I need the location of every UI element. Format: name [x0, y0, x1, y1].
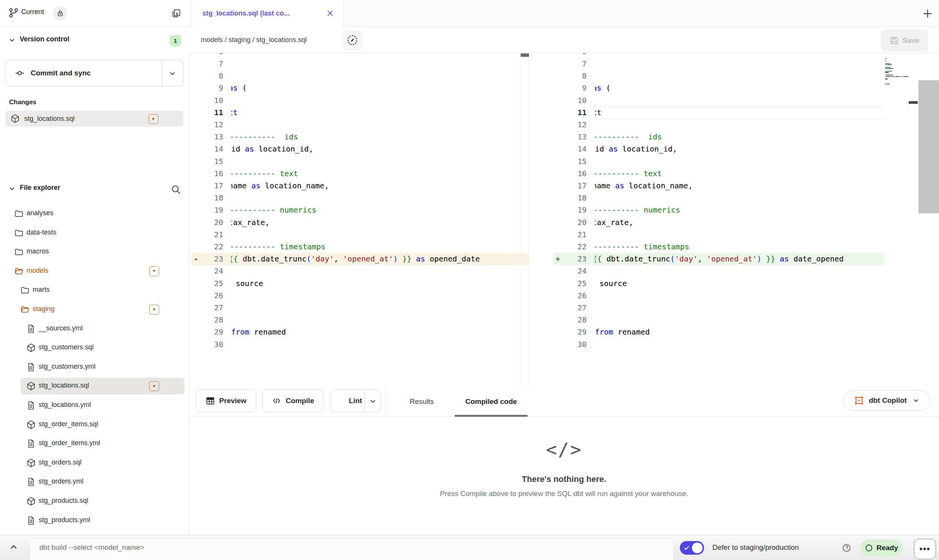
diff-editor[interactable]: 6677889as (9as (101011ct11ct121213------… [189, 53, 939, 386]
code-line-24-modified[interactable]: 24 [553, 265, 884, 277]
code-line-7-modified[interactable]: 7 [553, 58, 884, 70]
file-tree-item-data-tests[interactable]: data-tests [0, 224, 189, 242]
code-line-15-modified[interactable]: 15 [553, 155, 884, 168]
code-line-8-original[interactable]: 8 [191, 70, 529, 82]
code-line-10-original[interactable]: 10 [191, 94, 529, 107]
lint-options-chevron-icon[interactable] [369, 397, 377, 405]
preview-button[interactable]: Preview [196, 389, 256, 412]
changed-file-row[interactable]: stg_locations.sql [5, 111, 183, 127]
code-line-29-original[interactable]: 29from renamed [191, 326, 529, 338]
code-line-6-original[interactable]: 6 [191, 53, 529, 58]
code-line-30-modified[interactable]: 30 [553, 338, 884, 351]
code-line-16-original[interactable]: 16---------- text [191, 167, 529, 180]
editor-scrollbar-thumb[interactable] [919, 80, 939, 213]
copy-icon[interactable] [170, 7, 183, 20]
code-line-25-original[interactable]: 25 source [191, 277, 529, 290]
breadcrumb[interactable]: models / staging / stg_locations.sql [201, 36, 307, 44]
code-line-26-original[interactable]: 26 [191, 289, 529, 302]
compile-button[interactable]: Compile [262, 389, 324, 412]
code-line-26-modified[interactable]: 26 [553, 289, 884, 302]
save-button[interactable]: Save [881, 30, 928, 52]
version-control-header[interactable]: Version control [0, 33, 189, 48]
line-number: 19 [565, 204, 587, 216]
close-icon[interactable] [326, 9, 334, 17]
file-tree-item-stg-locations-yml[interactable]: stg_locations.yml [0, 396, 189, 415]
file-tree-item-stg-customers-yml[interactable]: stg_customers.yml [0, 358, 189, 377]
dbt-copilot-button[interactable]: dbt Copilot [843, 390, 930, 411]
code-line-20-original[interactable]: 20tax_rate, [191, 216, 529, 229]
code-line-12-original[interactable]: 12 [191, 119, 529, 131]
code-line-7-original[interactable]: 7 [191, 58, 529, 70]
code-line-30-original[interactable]: 30 [191, 338, 529, 351]
code-line-28-modified[interactable]: 28 [553, 314, 884, 326]
code-line-9-original[interactable]: 9as ( [191, 82, 529, 94]
code-line-10-modified[interactable]: 10 [553, 94, 884, 107]
search-icon[interactable] [171, 184, 182, 196]
file-tree-item-stg-orders-sql[interactable]: stg_orders.sql [0, 454, 189, 472]
code-line-16-modified[interactable]: 16---------- text [553, 167, 884, 180]
code-line-27-modified[interactable]: 27 [553, 302, 884, 314]
left-pane-scrollbar-thumb[interactable] [521, 53, 529, 57]
new-tab-plus-icon[interactable] [922, 8, 933, 19]
file-tree-item-stg-locations-sql[interactable]: stg_locations.sql [0, 377, 189, 396]
file-tree-item-stg-order-items-sql[interactable]: stg_order_items.sql [0, 415, 189, 434]
help-icon[interactable] [842, 543, 851, 552]
code-line-21-original[interactable]: 21 [191, 228, 529, 241]
code-line-18-modified[interactable]: 18 [553, 192, 884, 204]
file-tree-item-analyses[interactable]: analyses [0, 204, 189, 223]
code-line-6-modified[interactable]: 6 [553, 53, 884, 58]
file-tree-item-models[interactable]: models [0, 262, 189, 281]
commit-options-chevron-icon[interactable] [168, 69, 177, 78]
file-navigate-compass-icon[interactable] [342, 30, 363, 50]
code-line-9-modified[interactable]: 9as ( [553, 82, 884, 94]
code-line-23-original[interactable]: -23{{ dbt.date_trunc('day', 'opened_at')… [191, 253, 529, 265]
left-pane-scrollbar[interactable] [521, 53, 529, 386]
code-line-11-modified[interactable]: 11ct [553, 106, 884, 119]
code-line-13-modified[interactable]: 13---------- ids [553, 131, 884, 143]
code-line-25-modified[interactable]: 25 source [553, 277, 884, 290]
file-tree-item-stg-products-sql[interactable]: stg_products.sql [0, 492, 189, 511]
lint-button[interactable]: Lint [330, 389, 381, 412]
code-line-11-original[interactable]: 11ct [191, 106, 529, 119]
code-line-21-modified[interactable]: 21 [553, 228, 884, 241]
defer-toggle[interactable] [680, 541, 704, 555]
code-line-12-modified[interactable]: 12 [553, 119, 884, 131]
code-line-22-modified[interactable]: 22---------- timestamps [553, 241, 884, 253]
file-tree-item-stg-customers-sql[interactable]: stg_customers.sql [0, 338, 189, 357]
code-line-8-modified[interactable]: 8 [553, 70, 884, 82]
branch-name[interactable]: Current [21, 8, 44, 16]
code-line-24-original[interactable]: 24 [191, 265, 529, 277]
status-ready-badge[interactable]: Ready [860, 540, 903, 556]
tab-results[interactable]: Results [402, 386, 442, 416]
code-line-19-modified[interactable]: 19---------- numerics [553, 204, 884, 216]
code-line-15-original[interactable]: 15 [191, 155, 529, 168]
minimap[interactable] [885, 54, 909, 92]
code-line-19-original[interactable]: 19---------- numerics [191, 204, 529, 216]
code-line-14-modified[interactable]: 14id as location_id, [553, 143, 884, 155]
code-line-28-original[interactable]: 28 [191, 314, 529, 326]
file-tree-item-stg-products-yml[interactable]: stg_products.yml [0, 511, 189, 530]
code-line-20-modified[interactable]: 20tax_rate, [553, 216, 884, 229]
code-line-18-original[interactable]: 18 [191, 192, 529, 204]
file-explorer-header[interactable]: File explorer [0, 181, 189, 198]
file-tree-item-macros[interactable]: macros [0, 242, 189, 261]
code-line-22-original[interactable]: 22---------- timestamps [191, 241, 529, 253]
code-line-17-modified[interactable]: 17name as location_name, [553, 180, 884, 192]
chevron-up-icon[interactable] [8, 542, 20, 552]
file-tree-item--sources-yml[interactable]: __sources.yml [0, 319, 189, 338]
code-line-13-original[interactable]: 13---------- ids [191, 131, 529, 143]
code-line-29-modified[interactable]: 29from renamed [553, 326, 884, 338]
commit-and-sync-button[interactable]: Commit and sync [5, 60, 183, 86]
more-options-button[interactable]: ••• [914, 539, 936, 559]
tab-compiled-code[interactable]: Compiled code [455, 386, 527, 416]
file-tree-item-stg-orders-yml[interactable]: stg_orders.yml [0, 472, 189, 491]
code-line-27-original[interactable]: 27 [191, 302, 529, 314]
code-line-23-modified[interactable]: +23{{ dbt.date_trunc('day', 'opened_at')… [553, 253, 884, 265]
code-line-17-original[interactable]: 17name as location_name, [191, 180, 529, 192]
file-tree-item-staging[interactable]: staging [0, 300, 189, 319]
file-tree-item-marts[interactable]: marts [0, 281, 189, 300]
tab-stg-locations[interactable]: stg_locations.sql (last co... [191, 0, 344, 27]
code-line-14-original[interactable]: 14id as location_id, [191, 143, 529, 155]
file-tree-item-stg-order-items-yml[interactable]: stg_order_items.yml [0, 434, 189, 453]
code-text: tax_rate, [231, 216, 527, 229]
